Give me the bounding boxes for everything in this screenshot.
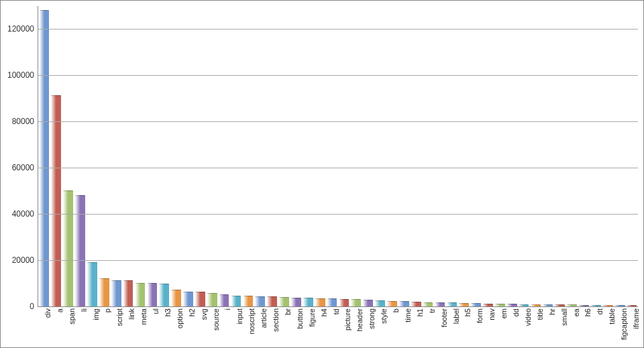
x-tick-label: dt <box>596 308 604 314</box>
x-tick-label: p <box>103 308 111 312</box>
bar <box>207 293 217 306</box>
bar <box>507 304 517 306</box>
bar <box>291 298 301 306</box>
x-tick-label: li <box>80 308 88 312</box>
x-tick-label: small <box>560 308 568 326</box>
x-tick-label: option <box>176 308 184 329</box>
x-tick-label: button <box>296 308 304 329</box>
bar <box>519 304 529 306</box>
x-tick-label: section <box>272 308 280 332</box>
x-tick-label: picture <box>343 308 352 331</box>
bar <box>591 305 601 306</box>
x-tick-label: h2 <box>188 308 196 316</box>
x-tick-label: i <box>223 308 231 310</box>
x-tick-label: form <box>476 308 484 323</box>
x-tick-label: figure <box>308 308 316 327</box>
gridline <box>38 29 638 30</box>
x-tick-label: h6 <box>584 308 592 316</box>
plot-area: 020000400006000080000100000120000 <box>38 6 638 307</box>
x-tick-label: br <box>284 308 292 315</box>
x-tick-label: input <box>235 308 244 325</box>
bar <box>111 280 121 306</box>
x-tick-label: h3 <box>164 308 172 316</box>
bar <box>387 301 397 306</box>
gridline <box>38 168 638 168</box>
bar <box>303 298 313 306</box>
bar <box>255 296 265 306</box>
x-tick-label: source <box>212 308 220 331</box>
x-tick-label: figcaption <box>620 308 628 340</box>
bar <box>363 300 373 306</box>
x-tick-label: img <box>92 308 100 321</box>
x-tick-label: h4 <box>320 308 328 316</box>
x-tick-label: label <box>452 308 460 324</box>
gridline <box>38 75 638 76</box>
bar <box>339 299 350 306</box>
x-tick-label: footer <box>440 308 448 327</box>
x-tick-label: noscript <box>248 308 256 335</box>
bar <box>531 304 541 306</box>
bar <box>579 305 589 306</box>
bar <box>148 283 158 306</box>
x-tick-label: table <box>608 308 616 325</box>
bar <box>40 10 50 306</box>
bar <box>123 280 133 306</box>
bar <box>399 301 409 306</box>
y-tick-label: 20000 <box>12 255 38 265</box>
bar <box>555 304 565 306</box>
x-tick-label: meta <box>140 308 148 325</box>
bar-chart: 020000400006000080000100000120000 divasp… <box>0 0 644 348</box>
bar <box>315 298 325 306</box>
bar <box>447 302 458 306</box>
bar <box>627 305 637 306</box>
bar <box>136 283 146 306</box>
x-tick-label: ea <box>572 308 580 316</box>
y-tick-label: 100000 <box>7 70 38 80</box>
x-tick-label: td <box>332 308 340 314</box>
x-tick-label: link <box>127 308 136 320</box>
bar <box>99 278 109 306</box>
bar <box>459 303 469 306</box>
x-tick-label: tr <box>428 308 436 313</box>
x-tick-label: h1 <box>416 308 424 316</box>
y-tick-label: 60000 <box>12 163 38 172</box>
bar <box>543 304 553 306</box>
x-axis-labels: divaspanliimgpscriptlinkmetaulh3optionh2… <box>38 307 638 347</box>
x-tick-label: nav <box>488 308 496 321</box>
bar <box>183 292 193 306</box>
x-tick-label: a <box>56 308 64 312</box>
bars-container <box>38 6 638 306</box>
bar <box>351 299 361 306</box>
x-tick-label: dd <box>512 308 520 316</box>
x-tick-label: em <box>500 308 508 318</box>
y-tick-label: 40000 <box>12 209 38 219</box>
bar <box>159 284 169 306</box>
x-tick-label: strong <box>368 308 376 329</box>
x-tick-label: ul <box>152 308 160 314</box>
x-tick-label: time <box>404 308 412 323</box>
bar <box>267 296 277 306</box>
bar <box>195 292 205 306</box>
bar <box>75 195 85 306</box>
bar <box>603 305 613 306</box>
y-tick-label: 120000 <box>7 24 38 34</box>
x-tick-label: hr <box>548 308 556 315</box>
x-tick-label: span <box>68 308 76 325</box>
bar <box>231 296 241 307</box>
bar <box>483 304 493 306</box>
y-tick-label: 80000 <box>12 117 38 126</box>
bar <box>219 294 229 306</box>
x-tick-label: svg <box>200 308 208 320</box>
x-tick-label: iframe <box>632 308 640 329</box>
x-tick-label: h5 <box>464 308 472 316</box>
x-tick-label: header <box>356 308 364 331</box>
bar <box>435 302 445 306</box>
x-tick-label: article <box>260 308 268 328</box>
bar <box>615 305 625 306</box>
gridline <box>38 214 638 215</box>
bar <box>171 290 181 306</box>
bar <box>63 190 73 306</box>
x-tick-label: div <box>44 308 52 318</box>
bar <box>423 302 433 307</box>
bar <box>567 304 577 306</box>
